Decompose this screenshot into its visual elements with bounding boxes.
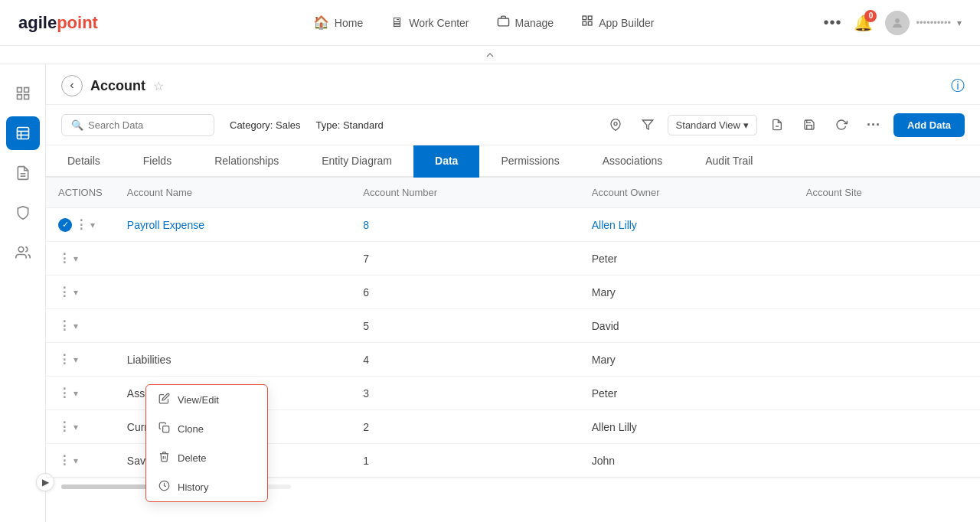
svg-rect-0 [498,18,508,25]
info-icon[interactable]: ⓘ [951,77,965,95]
nav-more-icon[interactable]: ••• [823,14,841,31]
menu-item-history[interactable]: History [146,472,267,501]
tab-details[interactable]: Details [46,145,122,178]
table-section: ACTIONS Account Name Account Number Acco… [46,178,980,478]
save-btn[interactable] [797,113,822,137]
row-chevron-icon[interactable]: ▾ [74,354,78,365]
row-select-check[interactable]: ✓ [58,218,72,232]
svg-point-17 [614,122,617,126]
account-number-link[interactable]: 8 [363,219,369,231]
main-layout: ▶ Account ☆ ⓘ 🔍 [0,64,980,522]
home-icon: 🏠 [313,15,329,31]
docs-icon [15,165,31,181]
row-account-site-2 [794,242,980,276]
nav-manage[interactable]: Manage [497,11,554,34]
nav-home[interactable]: 🏠 Home [313,11,363,34]
tab-permissions[interactable]: Permissions [479,145,580,178]
menu-item-delete[interactable]: Delete [146,443,267,472]
nav-work-center-label: Work Center [409,17,469,29]
row-chevron-icon[interactable]: ▾ [74,321,78,331]
menu-item-clone-label: Clone [178,423,204,435]
add-data-button[interactable]: Add Data [893,113,965,137]
row-dots-icon[interactable]: ⋮ [58,318,70,333]
export-excel-btn[interactable] [765,113,789,137]
row-actions-3: ⋮ ▾ [46,276,115,309]
location-pin-icon [609,119,622,131]
location-icon-btn[interactable] [603,113,628,137]
view-select[interactable]: Standard View ▾ [668,115,757,135]
logo-text-agile: agile [18,13,57,33]
row-account-number-8: 1 [351,444,579,478]
row-dots-icon[interactable]: ⋮ [58,453,70,468]
tab-audit-trail[interactable]: Audit Trail [684,145,774,178]
account-name-link[interactable]: Payroll Expense [127,219,204,231]
sidebar-item-dashboard[interactable] [6,77,40,110]
svg-rect-20 [163,426,169,432]
row-account-number-6: 3 [351,377,579,410]
data-icon [15,126,31,141]
chevron-down-icon: ▾ [957,18,962,28]
nav-app-builder[interactable]: App Builder [581,11,654,34]
type-tag: Type: Standard [316,119,384,131]
row-dots-icon[interactable]: ⋮ [58,352,70,367]
refresh-btn[interactable] [829,113,854,137]
users-icon [15,245,31,260]
row-dots-icon[interactable]: ⋮ [75,217,87,232]
sidebar: ▶ [0,64,46,522]
row-account-site-6 [794,377,980,410]
back-button[interactable] [61,75,83,96]
row-dots-icon[interactable]: ⋮ [58,251,70,266]
svg-rect-1 [583,16,586,20]
row-account-site-5 [794,343,980,377]
row-chevron-icon[interactable]: ▾ [74,422,78,432]
more-dots-icon: ··· [867,117,880,133]
refresh-icon [835,119,848,131]
content-wrapper: Account ☆ ⓘ 🔍 Category: Sales Typ [46,64,980,522]
tab-data[interactable]: Data [413,145,479,178]
account-owner-link[interactable]: Allen Lilly [592,219,637,231]
tab-fields[interactable]: Fields [122,145,193,178]
sidebar-item-users[interactable] [6,236,40,269]
user-name-label: •••••••••• [916,17,951,28]
row-actions-8: ⋮ ▾ [46,444,115,478]
menu-item-clone[interactable]: Clone [146,414,267,443]
row-account-number-7: 2 [351,410,579,444]
row-dots-icon[interactable]: ⋮ [58,285,70,299]
col-header-account-owner: Account Owner [580,178,794,208]
row-account-owner-7: Allen Lilly [580,410,794,444]
nav-work-center[interactable]: 🖥 Work Center [390,12,469,34]
user-section[interactable]: •••••••••• ▾ [885,11,962,35]
menu-item-delete-label: Delete [178,452,207,464]
row-account-site-1 [794,208,980,242]
sidebar-item-security[interactable] [6,196,40,230]
row-chevron-icon[interactable]: ▾ [74,253,78,264]
search-input[interactable] [88,119,204,131]
tab-associations[interactable]: Associations [581,145,684,178]
filter-icon-btn[interactable] [635,113,660,137]
row-dots-icon[interactable]: ⋮ [58,419,70,434]
search-box[interactable]: 🔍 [61,114,214,136]
row-account-site-4 [794,309,980,343]
row-actions-6: ⋮ ▾ [46,377,115,410]
logo[interactable]: agilepoint [18,13,98,33]
row-chevron-icon[interactable]: ▾ [74,388,78,399]
favorite-star-icon[interactable]: ☆ [153,79,164,93]
row-dots-icon[interactable]: ⋮ [58,386,70,400]
row-account-owner-4: David [580,309,794,343]
notification-bell[interactable]: 🔔 0 [854,14,873,32]
tab-entity-diagram[interactable]: Entity Diagram [300,145,413,178]
collapse-bar[interactable] [0,46,980,64]
chevron-up-icon [484,49,496,61]
sidebar-item-docs[interactable] [6,156,40,190]
row-chevron-icon[interactable]: ▾ [74,455,78,466]
row-chevron-icon[interactable]: ▾ [90,220,95,230]
table-row: ⋮ ▾ 7Peter [46,242,980,276]
sidebar-item-data[interactable] [6,116,40,150]
row-chevron-icon[interactable]: ▾ [74,287,78,298]
menu-item-view-edit[interactable]: View/Edit [146,385,267,414]
more-options-btn[interactable]: ··· [861,113,886,137]
tab-relationships[interactable]: Relationships [193,145,300,178]
clone-icon [158,422,170,436]
monitor-icon: 🖥 [390,15,403,31]
nav-right: ••• 🔔 0 •••••••••• ▾ [823,11,962,35]
